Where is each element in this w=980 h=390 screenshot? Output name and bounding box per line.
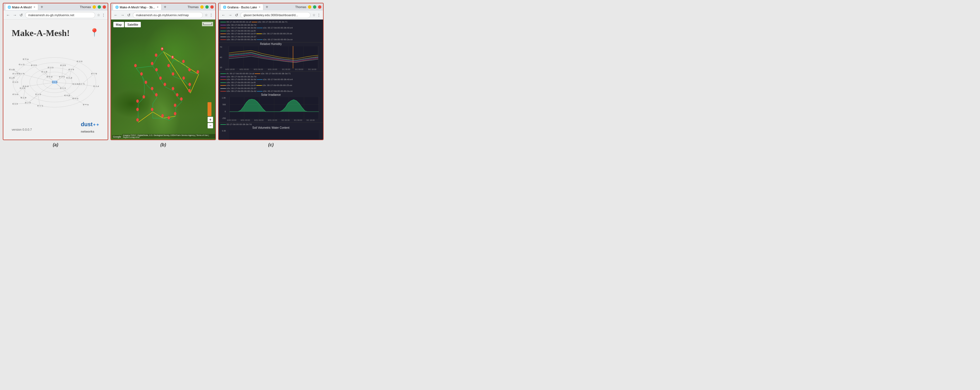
tab-close-b[interactable]: ×: [156, 5, 159, 9]
legend-bottom-text-8: s3x: 00-17-0d-00-00-60-25-ee: [262, 84, 292, 86]
imagery-credit: Imagery ©2017, DigitalGlobe, U.S. Geolog…: [122, 134, 215, 139]
legend-item-4: s3x: 00-17-0d-00-00-38-40-e4: [257, 27, 293, 29]
map-pin: [161, 47, 164, 51]
bookmark-icon-a[interactable]: ☆: [97, 13, 100, 17]
chart-section-soil: Soil Volumetric Water Content 0.30: [219, 126, 323, 139]
map-btn-map[interactable]: Map: [113, 22, 124, 27]
legend-bottom-text-9: s3x: 00-17-0d-00-00-60-29-37: [226, 87, 256, 90]
svg-text:60-29-07: 60-29-07: [31, 64, 37, 66]
map-pin: [174, 112, 176, 115]
solar-legend-item: 00-17-0d-00-00-38-3d-7d: [220, 123, 321, 126]
maximize-btn-b[interactable]: [205, 5, 208, 9]
more-icon-c[interactable]: ⋮: [317, 13, 321, 17]
y-label-0: 0: [220, 110, 226, 112]
map-pin: [143, 95, 145, 99]
new-tab-btn-c[interactable]: +: [264, 5, 269, 10]
legend-bottom-text-6: s3x: 00-17-0d-00-00-00-1a-f0: [226, 81, 256, 84]
back-btn-a[interactable]: ←: [6, 13, 11, 17]
more-icon-a[interactable]: ⋮: [102, 13, 105, 17]
mesh-network-diagram: 55-0c-46 60-ca-44 40-3b-b0 60-29-07 60-1…: [9, 48, 102, 117]
bookmark-icon-b[interactable]: ☆: [204, 13, 208, 17]
minimize-btn-b[interactable]: [200, 5, 204, 9]
legend-bottom-5: s3x: 00-17-0d-00-00-38-40-e4: [257, 78, 293, 81]
bookmark-icon-c[interactable]: ☆: [312, 13, 316, 17]
minimize-btn-c[interactable]: [308, 5, 311, 9]
tab-icon-c: 🌐: [223, 6, 226, 9]
map-pin: [137, 108, 139, 111]
map-btn-satellite[interactable]: Satellite: [125, 22, 141, 27]
title-bar-right-b: Thomas: [188, 5, 214, 9]
legend-color-10: [257, 39, 262, 40]
solar-x-label-6: 9/1 16:00: [307, 119, 315, 121]
map-pin: [137, 118, 139, 121]
svg-text:30-ca-60: 30-ca-60: [9, 69, 15, 70]
zoom-thumb: [208, 102, 212, 116]
legend-bottom-2: s3x: 00-17-0d-00-00-38-3d-71: [255, 72, 291, 75]
tab-map[interactable]: 🌐 Make-A-Mesh! Map - 3b... ×: [113, 4, 162, 10]
legend-bottom-color-5: [257, 79, 262, 80]
back-btn-c[interactable]: ←: [221, 13, 226, 17]
legend-text-8: s3x: 00-17-0d-00-00-60-29-37: [226, 35, 256, 38]
google-credit: Google: [112, 135, 122, 139]
dust-logo-text: dust: [81, 121, 92, 127]
reload-btn-c[interactable]: ↺: [234, 13, 239, 17]
y-label-1k: 1.0K: [220, 97, 226, 99]
minimize-btn-a[interactable]: [92, 5, 96, 9]
forward-btn-a[interactable]: →: [12, 13, 17, 17]
legend-bottom-11: s3x: 00-17-0d-00-00-60-2a-ce: [257, 90, 293, 93]
maximize-btn-a[interactable]: [98, 5, 101, 9]
reload-btn-b[interactable]: ↺: [127, 13, 131, 17]
y-label-40: 40: [220, 56, 224, 58]
user-name-a: Thomas: [80, 5, 91, 9]
new-tab-btn-b[interactable]: +: [163, 5, 167, 10]
legend-row-2: s3x: 00-17-0d-00-00-38-3d-9d s3x: 00-17-…: [220, 27, 321, 32]
svg-text:60-25-ee: 60-25-ee: [23, 58, 29, 60]
legend-bottom-text-10: s3x: 00-17-0d-00-00-60-2a-4d: [226, 90, 256, 93]
legend-text-10: s3x: 00-17-0d-00-00-60-2a-ce: [263, 38, 293, 41]
url-box-b[interactable]: makeamesh.eu-gb.mybluemix.net/map: [133, 12, 203, 18]
svg-line-103: [62, 66, 63, 77]
map-overlay-svg: [111, 19, 215, 139]
y-label-n250: -250: [220, 117, 226, 119]
solar-legend-color: [220, 124, 226, 125]
legend-bottom-color-1: [220, 74, 226, 74]
browser-window-a: 🌐 Make-A-Mesh! × + Thomas: [3, 3, 108, 140]
legend-item-10: s3x: 00-17-0d-00-00-60-2a-ce: [257, 38, 293, 41]
legend-bottom-color-11: [257, 91, 262, 91]
legend-item-3: s3x: 00-17-0d-00-00-38-3d-9d: [220, 27, 256, 29]
legend-item-2: s3x: 00-17-0d-00-00-38-3d-7d: [220, 24, 256, 26]
zoom-in-btn[interactable]: +: [208, 117, 213, 122]
new-tab-btn-a[interactable]: +: [39, 5, 44, 10]
reload-btn-a[interactable]: ↺: [19, 13, 24, 17]
close-btn-c[interactable]: [318, 5, 321, 9]
title-bar-right-a: Thomas: [80, 5, 106, 9]
tab-close-a[interactable]: ×: [33, 5, 36, 9]
tab-close-c[interactable]: ×: [258, 5, 261, 9]
forward-btn-b[interactable]: →: [120, 13, 125, 17]
zoom-out-btn[interactable]: −: [208, 123, 213, 128]
close-btn-a[interactable]: [103, 5, 106, 9]
address-bar-c: ← → ↺ glaser.berkeley.edu:3000/dashboard…: [219, 11, 323, 19]
tab-grafana[interactable]: 🌐 Grafana - Bucks Lake ×: [220, 4, 263, 10]
x-label-1: 8/31 00:00: [240, 69, 249, 70]
legend-item-7: s3x: 00-17-0d-00-00-60-25-ee: [256, 32, 292, 35]
legend-bottom-8: s3x: 00-17-0d-00-00-60-25-ee: [256, 84, 292, 86]
more-icon-b[interactable]: ⋮: [209, 13, 213, 17]
maximize-btn-c[interactable]: [313, 5, 317, 9]
mesh-svg: 55-0c-46 60-ca-44 40-3b-b0 60-29-07 60-1…: [9, 48, 102, 117]
legend-text-0: 00-17-0d-00-00-60-1e-af: [226, 21, 251, 23]
url-box-a[interactable]: makeamesh.eu-gb.mybluemix.net: [25, 12, 95, 18]
title-bar-a: 🌐 Make-A-Mesh! × + Thomas: [3, 3, 108, 11]
user-name-c: Thomas: [295, 5, 306, 9]
map-pin: [176, 93, 178, 97]
svg-text:40-ca-12: 40-ca-12: [19, 64, 25, 66]
legend-color-3: [220, 28, 226, 28]
back-btn-b[interactable]: ←: [113, 13, 118, 17]
x-label-6: 9/1 16:00: [308, 69, 317, 70]
map-pin: [172, 87, 174, 90]
tab-make-a-mesh[interactable]: 🌐 Make-A-Mesh! ×: [5, 4, 38, 10]
legend-row-3: s3x: 00-17-0d-00-00-60-1d-0f s3x: 00-17-…: [220, 32, 321, 38]
forward-btn-c[interactable]: →: [228, 13, 233, 17]
url-box-c[interactable]: glaser.berkeley.edu:3000/dashboard/d...: [240, 12, 310, 18]
close-btn-b[interactable]: [210, 5, 214, 9]
